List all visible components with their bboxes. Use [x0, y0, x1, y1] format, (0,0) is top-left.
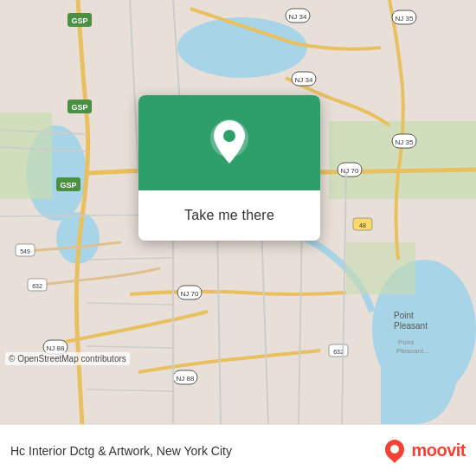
popup-green-header	[138, 95, 320, 190]
svg-text:Point: Point	[394, 311, 414, 320]
moovit-logo-icon	[382, 438, 408, 464]
osm-credit-text: © OpenStreetMap contributors	[9, 354, 126, 363]
moovit-brand-text: moovit	[411, 441, 466, 460]
location-pin-icon	[209, 119, 249, 167]
svg-text:549: 549	[20, 248, 30, 254]
svg-point-62	[390, 445, 399, 453]
location-title: Hc Interior Dctg & Artwork, New York Cit…	[10, 444, 382, 458]
svg-text:GSP: GSP	[71, 103, 87, 112]
svg-text:632: 632	[333, 349, 344, 355]
svg-text:NJ 35: NJ 35	[396, 138, 414, 146]
svg-text:GSP: GSP	[60, 181, 76, 190]
svg-text:NJ 88: NJ 88	[47, 344, 65, 352]
svg-text:48: 48	[359, 222, 366, 228]
svg-text:632: 632	[32, 283, 42, 289]
svg-rect-9	[346, 242, 415, 294]
take-me-there-button[interactable]: Take me there	[152, 201, 306, 230]
svg-rect-8	[0, 113, 52, 199]
moovit-logo: moovit	[382, 438, 466, 464]
popup-button-area: Take me there	[138, 190, 320, 241]
map-container: Manasq... River GSP GSP GSP NJ 34 NJ 35 …	[0, 0, 476, 424]
svg-text:NJ 35: NJ 35	[396, 15, 414, 23]
popup-card: Take me there	[138, 95, 320, 241]
svg-text:Point: Point	[398, 338, 415, 346]
svg-point-61	[223, 130, 235, 142]
svg-text:NJ 34: NJ 34	[295, 76, 313, 84]
bottom-bar: Hc Interior Dctg & Artwork, New York Cit…	[0, 424, 476, 476]
svg-text:NJ 34: NJ 34	[289, 13, 307, 21]
svg-text:NJ 88: NJ 88	[177, 375, 195, 383]
svg-text:NJ 70: NJ 70	[181, 290, 199, 298]
svg-text:NJ 70: NJ 70	[341, 167, 359, 175]
svg-text:Pleasant: Pleasant	[394, 321, 428, 331]
svg-text:GSP: GSP	[71, 16, 87, 25]
osm-attribution: © OpenStreetMap contributors	[5, 352, 130, 365]
svg-text:Pleasant...: Pleasant...	[396, 347, 429, 355]
